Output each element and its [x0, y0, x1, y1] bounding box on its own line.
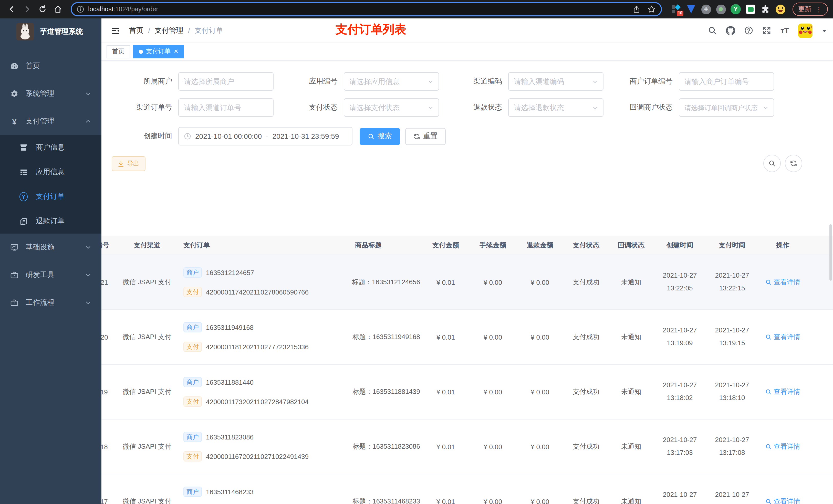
grid-icon	[20, 168, 28, 176]
merchant-order-input[interactable]	[679, 72, 774, 91]
close-tab-icon[interactable]: ✕	[174, 48, 178, 55]
sidebar-item-workflow[interactable]: 工作流程	[0, 289, 101, 316]
share-icon[interactable]	[633, 5, 640, 13]
merchant-badge: 商户	[184, 322, 202, 332]
address-bar[interactable]: localhost:1024/pay/order	[71, 2, 662, 16]
breadcrumb-pay-manage[interactable]: 支付管理	[155, 26, 184, 35]
extension-record-icon[interactable]	[716, 4, 726, 14]
merchant-order-label: 商户订单编号	[603, 77, 679, 86]
extension-command-icon[interactable]: ⌘	[701, 4, 711, 14]
merchant-badge: 商户	[184, 432, 202, 442]
extension-emoji-icon[interactable]	[775, 4, 785, 14]
refund-status-select[interactable]	[508, 98, 603, 117]
sidebar-item-home[interactable]: 首页	[0, 52, 101, 80]
orders-table: 编号 支付渠道 支付订单 商品标题 支付金额 手续金额 退款金额 支付状态 回调…	[101, 236, 833, 504]
chevron-down-icon	[428, 105, 433, 111]
chevron-down-icon	[85, 244, 91, 250]
channel-code-label: 渠道编码	[439, 77, 508, 86]
cell-id: 117	[101, 498, 117, 504]
col-notify-status: 回调状态	[609, 240, 654, 250]
scrollbar-thumb[interactable]	[829, 224, 832, 281]
toggle-search-button[interactable]	[763, 155, 781, 172]
search-icon[interactable]	[708, 26, 717, 35]
url-text[interactable]: localhost:1024/pay/order	[88, 6, 628, 13]
channel-order-input[interactable]	[178, 98, 273, 117]
app-select[interactable]	[344, 72, 439, 91]
sidebar-item-dev-tools[interactable]: 研发工具	[0, 261, 101, 289]
extension-grid-icon[interactable]: 10	[671, 4, 681, 14]
table-header-row: 编号 支付渠道 支付订单 商品标题 支付金额 手续金额 退款金额 支付状态 回调…	[101, 236, 833, 255]
avatar[interactable]	[798, 23, 812, 38]
sidebar-item-merchant-info[interactable]: 商户信息	[0, 135, 101, 160]
logo-row: 芋道管理系统	[0, 19, 101, 45]
extension-y-icon[interactable]: Y	[731, 4, 741, 14]
cell-created: 2021-10-2713:18:02	[654, 379, 706, 405]
extension-kite-icon[interactable]	[686, 4, 696, 14]
chevron-down-icon	[428, 79, 433, 84]
sidebar-item-system[interactable]: 系统管理	[0, 80, 101, 107]
tab-home[interactable]: 首页	[106, 45, 130, 58]
chevron-down-icon	[85, 91, 91, 97]
notify-status-select[interactable]	[679, 98, 774, 117]
sidebar: 芋道管理系统 首页 系统管理	[0, 19, 101, 504]
col-actions: 操作	[758, 240, 807, 250]
home-icon[interactable]	[51, 3, 65, 16]
help-icon[interactable]	[745, 26, 753, 35]
cell-actions: 查看详情	[758, 442, 807, 451]
cell-pay-status: 支付成功	[564, 387, 609, 397]
cell-actions: 查看详情	[758, 332, 807, 342]
extension-meeting-icon[interactable]	[745, 4, 756, 14]
export-button[interactable]: 导出	[112, 156, 145, 171]
view-detail-link[interactable]: 查看详情	[765, 442, 800, 451]
forward-icon[interactable]	[21, 3, 34, 16]
briefcase-icon	[10, 298, 19, 307]
view-detail-link[interactable]: 查看详情	[765, 497, 800, 504]
header-actions: ᴛT	[708, 23, 827, 38]
sidebar-item-app-info[interactable]: 应用信息	[0, 160, 101, 184]
merchant-select[interactable]	[178, 72, 273, 91]
site-info-icon[interactable]	[77, 6, 84, 13]
extensions-puzzle-icon[interactable]	[760, 4, 770, 14]
cell-actions: 查看详情	[758, 278, 807, 287]
caret-down-icon[interactable]	[822, 28, 827, 33]
cell-title: 标题：1635311949168	[314, 332, 422, 342]
create-time-range-picker[interactable]: 2021-10-01 00:00:00 - 2021-10-31 23:59:5…	[178, 127, 353, 145]
search-button[interactable]: 搜索	[360, 128, 400, 145]
cell-notify-status: 未通知	[609, 332, 654, 342]
sidebar-item-payment[interactable]: ¥ 支付管理	[0, 107, 101, 135]
sidebar-collapse-icon[interactable]	[108, 23, 123, 38]
pay-status-select[interactable]	[344, 98, 439, 117]
browser-menu-icon[interactable]: ⋮	[815, 5, 822, 13]
browser-update-button[interactable]: 更新 ⋮	[792, 3, 828, 16]
chevron-down-icon	[763, 105, 768, 111]
breadcrumb-home[interactable]: 首页	[129, 26, 143, 35]
cell-title: 标题：1635311823086	[314, 442, 422, 451]
github-icon[interactable]	[726, 26, 735, 35]
col-fee-amount: 手续金额	[469, 240, 516, 250]
col-id: 编号	[101, 240, 117, 250]
channel-code-select[interactable]	[508, 72, 603, 91]
reset-button[interactable]: 重置	[405, 128, 446, 145]
view-detail-link[interactable]: 查看详情	[765, 278, 800, 287]
refresh-button[interactable]	[785, 155, 802, 172]
back-icon[interactable]	[5, 3, 19, 16]
breadcrumb-current: 支付订单	[195, 26, 223, 35]
tab-pay-order[interactable]: 支付订单 ✕	[133, 45, 184, 58]
sidebar-item-infrastructure[interactable]: 基础设施	[0, 234, 101, 261]
view-detail-link[interactable]: 查看详情	[765, 332, 800, 342]
cell-title: 标题：1635312124656	[314, 278, 422, 287]
cell-title: 标题：1635311468233	[314, 497, 422, 504]
bookmark-star-icon[interactable]	[647, 5, 656, 13]
fullscreen-icon[interactable]	[763, 26, 771, 35]
col-refund-amount: 退款金额	[516, 240, 564, 250]
create-time-label: 创建时间	[101, 131, 178, 141]
cell-fee-amount: ¥ 0.00	[469, 443, 516, 451]
sidebar-item-refund-order[interactable]: 退款订单	[0, 209, 101, 234]
reload-icon[interactable]	[36, 3, 49, 16]
cell-paid: 2021-10-2713:18:10	[706, 379, 758, 405]
sidebar-item-pay-order[interactable]: ¥ 支付订单	[0, 184, 101, 209]
view-detail-link[interactable]: 查看详情	[765, 387, 800, 397]
toolbox-icon	[10, 271, 19, 279]
font-size-icon[interactable]: ᴛT	[781, 26, 789, 35]
cell-pay-order: 商户 1635311881440 支付 42000011732021102728…	[177, 377, 314, 407]
